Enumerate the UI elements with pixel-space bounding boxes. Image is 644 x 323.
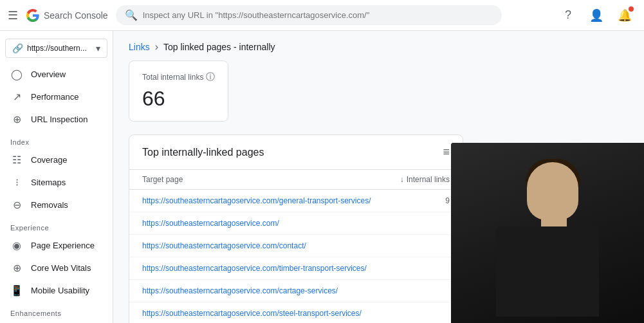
sidebar-item-removals[interactable]: ⊖ Removals [0, 194, 107, 216]
table-row[interactable]: https://southeasterncartagoservice.com/ [129, 212, 463, 235]
sidebar-item-coverage[interactable]: ☷ Coverage [0, 149, 107, 171]
overview-icon: ◯ [10, 68, 23, 80]
sidebar-label-coverage: Coverage [31, 155, 67, 165]
card-value: 66 [142, 87, 215, 111]
info-icon[interactable]: ⓘ [206, 71, 215, 83]
filter-icon[interactable]: ≡ [443, 145, 450, 159]
core-web-vitals-icon: ⊕ [10, 262, 23, 274]
summary-card: Total internal links ⓘ 66 [129, 60, 228, 122]
main-card-header: Top internally-linked pages ≡ [129, 135, 463, 170]
breadcrumb: Links › Top linked pages - internally [113, 31, 644, 60]
webcam-person [451, 143, 644, 323]
row-url: https://southeasterncartagoservice.com/s… [142, 309, 362, 318]
table-body: https://southeasterncartagoservice.com/g… [129, 190, 463, 323]
enhancements-section-label: Enhancements [0, 302, 113, 320]
row-url: https://southeasterncartagoservice.com/t… [142, 264, 367, 273]
card-label-text: Total internal links [142, 73, 203, 82]
row-url: https://southeasterncartagoservice.com/c… [142, 286, 338, 295]
sidebar-label-overview: Overview [31, 69, 66, 79]
sidebar-item-mobile-usability[interactable]: 📱 Mobile Usability [0, 279, 107, 302]
sort-down-icon: ↓ [400, 175, 404, 184]
property-label: https://southern... [27, 44, 92, 53]
logo-area: Search Console [26, 8, 108, 23]
sidebar-label-core-web-vitals: Core Web Vitals [31, 263, 91, 273]
app-title: Search Console [44, 10, 108, 21]
google-logo [26, 8, 40, 23]
breadcrumb-links[interactable]: Links [129, 42, 150, 52]
person-head [527, 162, 578, 220]
search-input[interactable] [143, 10, 400, 20]
table-row[interactable]: https://southeasterncartagoservice.com/c… [129, 235, 463, 257]
help-button[interactable]: ? [557, 4, 580, 27]
sidebar-label-url-inspection: URL Inspection [31, 115, 87, 124]
sidebar-item-overview[interactable]: ◯ Overview [0, 63, 107, 86]
top-bar: ☰ Search Console 🔍 ? 👤 🔔 [0, 0, 644, 31]
col-links-header[interactable]: ↓ Internal links [400, 175, 450, 184]
index-section-label: Index [0, 131, 113, 149]
table-header: Target page ↓ Internal links [129, 170, 463, 190]
sidebar-label-mobile-usability: Mobile Usability [31, 286, 89, 295]
account-button[interactable]: 👤 [585, 4, 608, 27]
table-row[interactable]: https://southeasterncartagoservice.com/s… [129, 302, 463, 323]
sidebar: 🔗 https://southern... ▾ ◯ Overview ↗ Per… [0, 31, 113, 323]
sidebar-item-url-inspection[interactable]: ⊕ URL Inspection [0, 108, 107, 131]
search-icon: 🔍 [125, 9, 138, 21]
sidebar-item-page-experience[interactable]: ◉ Page Experience [0, 234, 107, 257]
main-card: Top internally-linked pages ≡ Target pag… [129, 134, 463, 323]
webcam-overlay [451, 143, 644, 323]
row-links: 9 [445, 196, 450, 205]
search-bar[interactable]: 🔍 [116, 5, 502, 25]
sidebar-item-sitemaps[interactable]: ⁝ Sitemaps [0, 171, 107, 194]
property-selector[interactable]: 🔗 https://southern... ▾ [5, 39, 107, 58]
row-url: https://southeasterncartagoservice.com/c… [142, 241, 306, 250]
sidebar-label-page-experience: Page Experience [31, 241, 95, 250]
main-card-title: Top internally-linked pages [142, 147, 264, 158]
notifications-button[interactable]: 🔔 [613, 4, 636, 27]
sidebar-label-sitemaps: Sitemaps [31, 178, 66, 187]
person-body [496, 226, 599, 317]
sidebar-label-performance: Performance [31, 92, 78, 102]
table-row[interactable]: https://southeasterncartagoservice.com/t… [129, 257, 463, 280]
chevron-down-icon: ▾ [96, 43, 100, 53]
sidebar-item-performance[interactable]: ↗ Performance [0, 86, 107, 108]
breadcrumb-current: Top linked pages - internally [163, 42, 275, 52]
property-icon: 🔗 [12, 43, 23, 53]
table-row[interactable]: https://southeasterncartagoservice.com/c… [129, 280, 463, 302]
performance-icon: ↗ [10, 91, 23, 103]
hamburger-icon[interactable]: ☰ [8, 8, 18, 23]
mobile-usability-icon: 📱 [10, 284, 23, 297]
sidebar-label-removals: Removals [31, 200, 68, 210]
sidebar-item-core-web-vitals[interactable]: ⊕ Core Web Vitals [0, 257, 107, 279]
table-row[interactable]: https://southeasterncartagoservice.com/g… [129, 190, 463, 212]
col-links-label: Internal links [407, 175, 450, 184]
sidebar-item-sitelinks[interactable]: ♡ Sitelinks searchbox [0, 320, 107, 323]
row-url: https://southeasterncartagoservice.com/ [142, 219, 279, 228]
experience-section-label: Experience [0, 216, 113, 234]
page-experience-icon: ◉ [10, 239, 23, 252]
top-bar-actions: ? 👤 🔔 [557, 4, 636, 27]
removals-icon: ⊖ [10, 199, 23, 211]
sitemaps-icon: ⁝ [10, 176, 23, 189]
row-url: https://southeasterncartagoservice.com/g… [142, 196, 371, 205]
col-target-header: Target page [142, 175, 183, 184]
url-inspection-icon: ⊕ [10, 113, 23, 125]
coverage-icon: ☷ [10, 154, 23, 166]
card-label: Total internal links ⓘ [142, 71, 215, 83]
breadcrumb-separator: › [155, 41, 158, 53]
